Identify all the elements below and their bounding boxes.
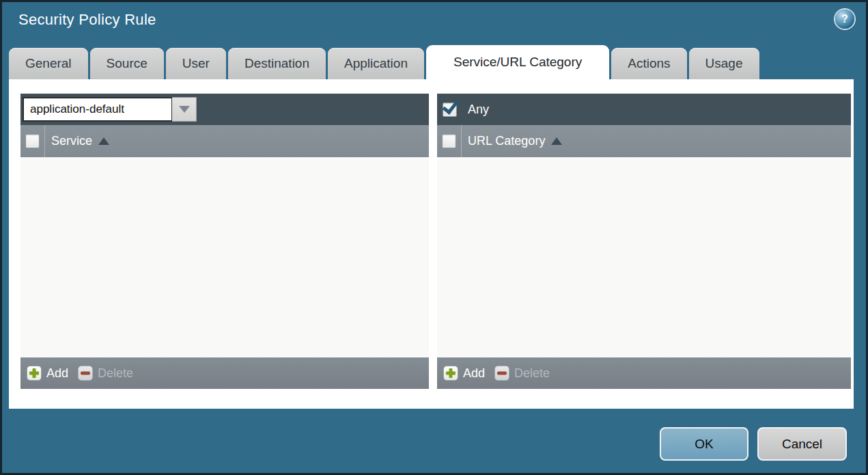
service-list-body (20, 157, 429, 357)
service-column-header-row: Service (20, 125, 429, 157)
delete-icon (78, 366, 93, 381)
add-icon (27, 366, 42, 381)
any-label: Any (468, 103, 489, 117)
tab-source[interactable]: Source (90, 48, 164, 79)
service-delete-button[interactable]: Delete (78, 366, 133, 381)
tab-general[interactable]: General (9, 48, 88, 79)
tab-actions[interactable]: Actions (611, 48, 686, 79)
sort-ascending-icon[interactable] (98, 137, 109, 145)
delete-icon (494, 366, 509, 381)
url-category-list-body (437, 157, 851, 357)
url-category-column-label[interactable]: URL Category (468, 134, 545, 148)
url-category-delete-button[interactable]: Delete (494, 366, 550, 381)
column-divider (44, 125, 45, 157)
add-button-label: Add (463, 366, 485, 381)
service-panel-toolbar: Add Delete (20, 357, 429, 389)
tab-application[interactable]: Application (328, 48, 424, 79)
chevron-down-icon (179, 106, 190, 113)
any-checkbox[interactable] (443, 103, 457, 117)
service-panel-header (20, 94, 429, 125)
url-category-panel-toolbar: Add Delete (437, 357, 851, 389)
tab-bar: General Source User Destination Applicat… (9, 48, 859, 79)
delete-button-label: Delete (98, 366, 133, 381)
service-panel: Service Add Delete (20, 94, 429, 389)
url-category-panel: Any URL Category Add Delete (437, 94, 851, 389)
service-type-dropdown-button[interactable] (172, 97, 197, 122)
service-type-input[interactable] (23, 97, 172, 122)
help-icon[interactable]: ? (835, 10, 854, 29)
url-category-add-button[interactable]: Add (443, 366, 485, 381)
tab-content-area: Service Add Delete Any (9, 79, 854, 409)
tab-user[interactable]: User (166, 48, 226, 79)
security-policy-rule-dialog: Security Policy Rule ? General Source Us… (0, 0, 868, 475)
any-checkbox-row: Any (443, 103, 489, 117)
service-select-all-checkbox[interactable] (25, 134, 40, 148)
url-category-select-all-checkbox[interactable] (442, 134, 456, 148)
delete-button-label: Delete (514, 366, 550, 381)
cancel-button[interactable]: Cancel (757, 427, 847, 461)
url-category-column-header-row: URL Category (437, 125, 851, 157)
service-type-dropdown (23, 97, 197, 122)
sort-ascending-icon[interactable] (551, 137, 562, 145)
service-column-label[interactable]: Service (51, 134, 92, 148)
title-bar: Security Policy Rule ? (2, 2, 866, 44)
tab-destination[interactable]: Destination (228, 48, 326, 79)
ok-button[interactable]: OK (660, 427, 748, 461)
tab-service-url-category[interactable]: Service/URL Category (426, 45, 609, 79)
add-button-label: Add (46, 366, 68, 381)
tab-usage[interactable]: Usage (689, 48, 759, 79)
add-icon (443, 366, 458, 381)
url-category-panel-header: Any (437, 94, 851, 125)
column-divider (461, 125, 462, 157)
dialog-title: Security Policy Rule (18, 11, 156, 29)
service-add-button[interactable]: Add (27, 366, 68, 381)
